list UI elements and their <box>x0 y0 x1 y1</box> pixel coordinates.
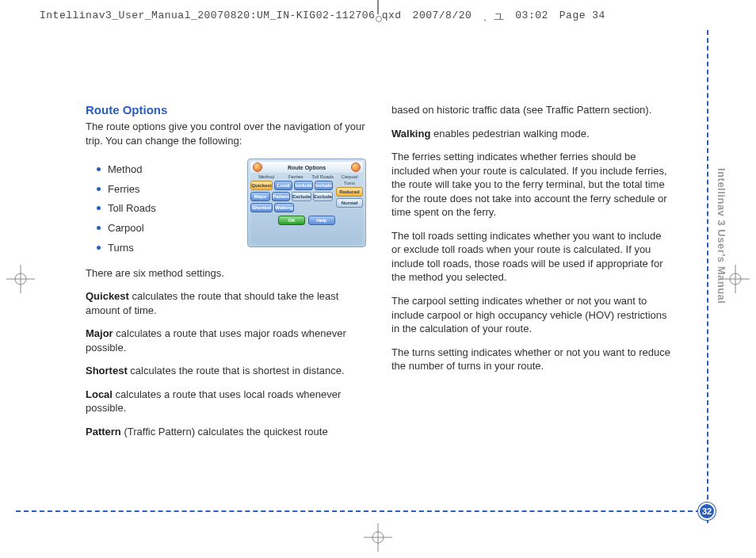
paragraph: The carpool setting indicates whether or… <box>391 294 672 336</box>
meta-date: 2007/8/20 <box>413 10 472 24</box>
term-desc: calculates a route that uses major roads… <box>86 327 346 354</box>
paragraph: Shortest calculates the route that is sh… <box>86 364 366 378</box>
term-shortest: Shortest <box>86 365 128 376</box>
device-button: Major <box>250 192 270 201</box>
term-desc: (Traffic Pattern) calculates the quickes… <box>121 426 328 438</box>
meta-file: Intellinav3_User_Manual_20070820:UM_IN-K… <box>40 10 402 24</box>
paragraph: The ferries setting indicates whether fe… <box>391 150 672 220</box>
paragraph: The turns setting indicates whether or n… <box>391 346 672 373</box>
device-button: Normal <box>336 198 363 208</box>
section-heading: Route Options <box>86 103 366 117</box>
options-bullet-list: Method Ferries Toll Roads Carpool Turns <box>97 160 156 258</box>
meta-time: 03:02 <box>515 10 548 24</box>
running-side-title: Intellinav 3 User's Manual <box>716 168 727 304</box>
turns-label: Turns <box>336 181 363 185</box>
term-quickest: Quickest <box>86 290 129 302</box>
page-number-badge: 32 <box>698 503 716 520</box>
term-desc: calculates a route that uses local roads… <box>86 388 341 415</box>
device-button: Pattern <box>272 192 290 201</box>
meta-page: Page 34 <box>559 10 605 24</box>
term-pattern: Pattern <box>86 426 121 438</box>
device-button: Exclude <box>313 192 333 201</box>
device-button: Exclude <box>292 192 311 201</box>
term-local: Local <box>86 388 113 400</box>
left-column: Route Options The route options give you… <box>86 103 366 448</box>
term-desc: calculates the route that is shortest in… <box>128 365 345 376</box>
paragraph: Major calculates a route that uses major… <box>86 327 366 354</box>
device-ok-button: OK <box>278 216 305 225</box>
paragraph: Pattern (Traffic Pattern) calculates the… <box>86 425 366 439</box>
screenshot-title: Route Options <box>288 165 326 170</box>
term-major: Major <box>86 327 113 339</box>
paragraph: The toll roads setting indicates whether… <box>391 229 672 285</box>
bullet-item: Ferries <box>97 180 156 200</box>
term-desc: enables pedestrian walking mode. <box>430 128 589 140</box>
bullet-item: Toll Roads <box>97 199 156 219</box>
crop-tick-top <box>377 0 379 14</box>
meta-mark: 、ユ <box>483 10 504 24</box>
device-button: Include <box>315 181 333 190</box>
home-icon <box>351 162 361 172</box>
device-button: Reduced <box>336 187 363 197</box>
col-header: Toll Roads <box>310 174 335 179</box>
col-header: Carpool <box>337 174 362 179</box>
device-help-button: Help <box>308 216 335 225</box>
bullet-item: Method <box>97 160 156 180</box>
body-columns: Route Options The route options give you… <box>86 103 672 448</box>
right-column: based on historic traffic data (see Traf… <box>391 103 672 448</box>
route-options-screenshot: Route Options Method Ferries Toll Roads … <box>247 159 366 247</box>
registration-mark-bottom-icon <box>364 523 392 552</box>
bullet-item: Carpool <box>97 219 156 239</box>
paragraph: based on historic traffic data (see Traf… <box>391 103 672 117</box>
device-button: Walking <box>274 203 294 212</box>
col-header: Method <box>251 174 281 179</box>
paragraph: There are six method settings. <box>86 266 366 281</box>
paragraph: Walking enables pedestrian walking mode. <box>391 127 672 141</box>
registration-mark-left-icon <box>6 265 35 293</box>
device-button: Quickest <box>250 181 273 190</box>
section-intro: The route options give you control over … <box>86 120 366 147</box>
device-button: Local <box>274 181 292 190</box>
device-button: Include <box>294 181 312 190</box>
paragraph: Quickest calculates the route that shoul… <box>86 289 366 317</box>
device-button: Shortest <box>250 203 273 212</box>
paragraph: Local calculates a route that uses local… <box>86 388 366 415</box>
term-walking: Walking <box>391 128 430 140</box>
bullet-item: Turns <box>97 239 156 258</box>
close-icon <box>253 162 262 172</box>
page-right-rule <box>707 30 708 523</box>
page-bottom-rule <box>16 510 708 512</box>
col-header: Ferries <box>283 174 308 179</box>
